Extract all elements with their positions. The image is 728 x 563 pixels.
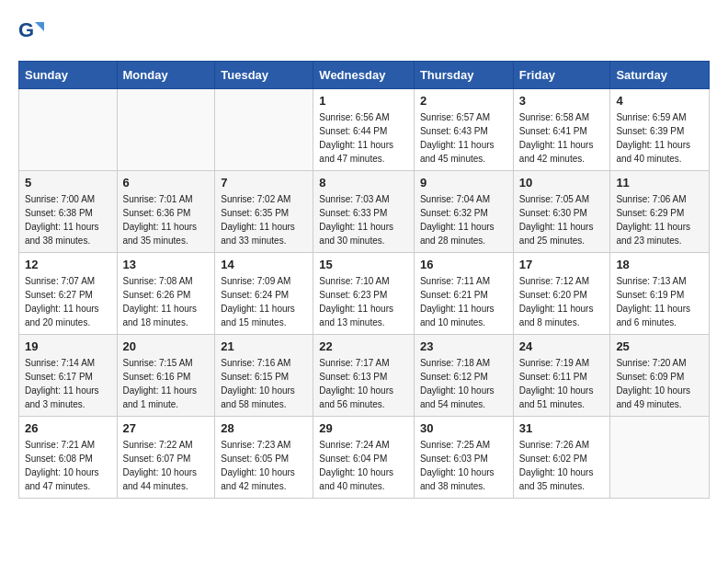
calendar-day-10: 10Sunrise: 7:05 AM Sunset: 6:30 PM Dayli… [513,171,610,253]
day-number: 11 [616,176,703,190]
day-info: Sunrise: 7:01 AM Sunset: 6:36 PM Dayligh… [123,192,210,247]
calendar-day-1: 1Sunrise: 6:56 AM Sunset: 6:44 PM Daylig… [313,89,415,171]
day-number: 16 [420,258,507,271]
day-number: 24 [519,339,605,353]
day-header-sunday: Sunday [19,62,118,89]
calendar-day-22: 22Sunrise: 7:17 AM Sunset: 6:13 PM Dayli… [313,335,415,417]
calendar-week-row: 1Sunrise: 6:56 AM Sunset: 6:44 PM Daylig… [19,89,710,171]
day-header-saturday: Saturday [610,62,710,89]
calendar-week-row: 12Sunrise: 7:07 AM Sunset: 6:27 PM Dayli… [19,253,710,335]
calendar-day-4: 4Sunrise: 6:59 AM Sunset: 6:39 PM Daylig… [610,89,710,171]
calendar-day-7: 7Sunrise: 7:02 AM Sunset: 6:35 PM Daylig… [215,171,313,253]
day-info: Sunrise: 7:21 AM Sunset: 6:08 PM Dayligh… [25,438,111,493]
day-number: 6 [123,176,210,190]
day-info: Sunrise: 7:22 AM Sunset: 6:07 PM Dayligh… [123,438,210,493]
day-info: Sunrise: 7:00 AM Sunset: 6:38 PM Dayligh… [25,192,111,247]
logo: G [18,18,48,44]
day-info: Sunrise: 7:18 AM Sunset: 6:12 PM Dayligh… [420,356,507,411]
calendar-day-25: 25Sunrise: 7:20 AM Sunset: 6:09 PM Dayli… [610,335,710,417]
day-info: Sunrise: 7:09 AM Sunset: 6:24 PM Dayligh… [221,274,307,329]
day-number: 27 [123,421,210,435]
calendar-day-28: 28Sunrise: 7:23 AM Sunset: 6:05 PM Dayli… [215,417,313,499]
day-info: Sunrise: 7:12 AM Sunset: 6:20 PM Dayligh… [519,274,605,329]
calendar-empty-cell [19,89,118,171]
day-number: 23 [420,339,507,353]
day-info: Sunrise: 7:11 AM Sunset: 6:21 PM Dayligh… [420,274,507,329]
day-number: 17 [519,258,605,271]
calendar-day-8: 8Sunrise: 7:03 AM Sunset: 6:33 PM Daylig… [313,171,415,253]
day-number: 20 [123,339,210,353]
calendar-day-24: 24Sunrise: 7:19 AM Sunset: 6:11 PM Dayli… [513,335,610,417]
day-number: 21 [221,339,307,353]
day-header-friday: Friday [513,62,610,89]
calendar-day-19: 19Sunrise: 7:14 AM Sunset: 6:17 PM Dayli… [19,335,118,417]
calendar-day-6: 6Sunrise: 7:01 AM Sunset: 6:36 PM Daylig… [117,171,215,253]
day-info: Sunrise: 7:08 AM Sunset: 6:26 PM Dayligh… [123,274,210,329]
day-number: 31 [519,421,605,435]
calendar-week-row: 5Sunrise: 7:00 AM Sunset: 6:38 PM Daylig… [19,171,710,253]
calendar-day-9: 9Sunrise: 7:04 AM Sunset: 6:32 PM Daylig… [414,171,513,253]
day-info: Sunrise: 6:56 AM Sunset: 6:44 PM Dayligh… [319,110,408,166]
day-number: 4 [616,94,703,108]
day-info: Sunrise: 7:16 AM Sunset: 6:15 PM Dayligh… [221,356,307,411]
calendar-day-20: 20Sunrise: 7:15 AM Sunset: 6:16 PM Dayli… [117,335,215,417]
svg-text:G: G [18,18,34,41]
day-number: 3 [519,94,605,108]
calendar-day-29: 29Sunrise: 7:24 AM Sunset: 6:04 PM Dayli… [313,417,415,499]
day-number: 12 [25,258,111,271]
logo-icon: G [18,18,44,44]
calendar-empty-cell [610,417,710,499]
day-number: 26 [25,421,111,435]
day-number: 19 [25,339,111,353]
day-number: 18 [616,258,703,271]
calendar-day-13: 13Sunrise: 7:08 AM Sunset: 6:26 PM Dayli… [117,253,215,335]
calendar-day-17: 17Sunrise: 7:12 AM Sunset: 6:20 PM Dayli… [513,253,610,335]
day-info: Sunrise: 7:25 AM Sunset: 6:03 PM Dayligh… [420,438,507,493]
day-info: Sunrise: 7:07 AM Sunset: 6:27 PM Dayligh… [25,274,111,329]
calendar-empty-cell [117,89,215,171]
day-number: 8 [319,176,408,190]
day-number: 2 [420,94,507,108]
day-info: Sunrise: 6:59 AM Sunset: 6:39 PM Dayligh… [616,110,703,166]
day-info: Sunrise: 7:13 AM Sunset: 6:19 PM Dayligh… [616,274,703,329]
day-info: Sunrise: 7:24 AM Sunset: 6:04 PM Dayligh… [319,438,408,493]
calendar-day-27: 27Sunrise: 7:22 AM Sunset: 6:07 PM Dayli… [117,417,215,499]
calendar-empty-cell [215,89,313,171]
calendar-day-5: 5Sunrise: 7:00 AM Sunset: 6:38 PM Daylig… [19,171,118,253]
calendar-day-18: 18Sunrise: 7:13 AM Sunset: 6:19 PM Dayli… [610,253,710,335]
day-info: Sunrise: 7:26 AM Sunset: 6:02 PM Dayligh… [519,438,605,493]
day-number: 5 [25,176,111,190]
day-number: 1 [319,94,408,108]
day-header-thursday: Thursday [414,62,513,89]
day-info: Sunrise: 7:19 AM Sunset: 6:11 PM Dayligh… [519,356,605,411]
page-header: G [18,18,710,53]
calendar-day-14: 14Sunrise: 7:09 AM Sunset: 6:24 PM Dayli… [215,253,313,335]
calendar-table: SundayMondayTuesdayWednesdayThursdayFrid… [18,61,710,499]
day-info: Sunrise: 6:57 AM Sunset: 6:43 PM Dayligh… [420,110,507,166]
day-number: 13 [123,258,210,271]
day-number: 10 [519,176,605,190]
calendar-day-3: 3Sunrise: 6:58 AM Sunset: 6:41 PM Daylig… [513,89,610,171]
day-info: Sunrise: 7:04 AM Sunset: 6:32 PM Dayligh… [420,192,507,247]
day-header-monday: Monday [117,62,215,89]
svg-marker-1 [35,22,44,31]
calendar-day-11: 11Sunrise: 7:06 AM Sunset: 6:29 PM Dayli… [610,171,710,253]
day-info: Sunrise: 7:14 AM Sunset: 6:17 PM Dayligh… [25,356,111,411]
day-info: Sunrise: 7:06 AM Sunset: 6:29 PM Dayligh… [616,192,703,247]
day-info: Sunrise: 7:10 AM Sunset: 6:23 PM Dayligh… [319,274,408,329]
day-header-wednesday: Wednesday [313,62,415,89]
day-info: Sunrise: 7:20 AM Sunset: 6:09 PM Dayligh… [616,356,703,411]
day-header-tuesday: Tuesday [215,62,313,89]
calendar-day-15: 15Sunrise: 7:10 AM Sunset: 6:23 PM Dayli… [313,253,415,335]
day-number: 14 [221,258,307,271]
day-info: Sunrise: 7:02 AM Sunset: 6:35 PM Dayligh… [221,192,307,247]
day-info: Sunrise: 7:05 AM Sunset: 6:30 PM Dayligh… [519,192,605,247]
calendar-day-21: 21Sunrise: 7:16 AM Sunset: 6:15 PM Dayli… [215,335,313,417]
calendar-day-23: 23Sunrise: 7:18 AM Sunset: 6:12 PM Dayli… [414,335,513,417]
day-number: 29 [319,421,408,435]
calendar-day-26: 26Sunrise: 7:21 AM Sunset: 6:08 PM Dayli… [19,417,118,499]
day-number: 7 [221,176,307,190]
day-number: 30 [420,421,507,435]
day-info: Sunrise: 7:15 AM Sunset: 6:16 PM Dayligh… [123,356,210,411]
day-info: Sunrise: 7:23 AM Sunset: 6:05 PM Dayligh… [221,438,307,493]
